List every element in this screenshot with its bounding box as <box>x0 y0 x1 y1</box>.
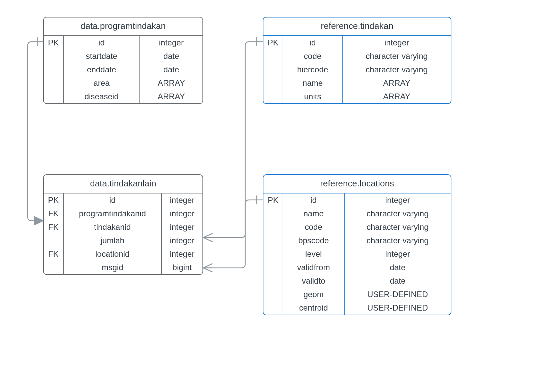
table-row: geomUSER-DEFINED <box>263 288 451 301</box>
table-row: nameARRAY <box>263 76 451 90</box>
entity-columns: PKidinteger FKprogramtindakanidinteger F… <box>44 193 202 274</box>
table-row: msgidbigint <box>44 261 202 274</box>
rel-tindakan-tindakanlain <box>203 42 263 238</box>
table-row: PKidinteger <box>263 193 451 207</box>
entity-programtindakan: data.programtindakan PKidinteger startda… <box>43 17 203 104</box>
rel-programtindakan-tindakanlain <box>28 42 43 221</box>
crows-foot-icon <box>203 264 212 272</box>
table-row: levelinteger <box>263 247 451 261</box>
table-row: unitsARRAY <box>263 90 451 103</box>
table-row: jumlahinteger <box>44 234 202 247</box>
table-row: namecharacter varying <box>263 207 451 220</box>
entity-tindakan: reference.tindakan PKidinteger codechara… <box>263 17 451 104</box>
entity-title: data.programtindakan <box>44 17 202 36</box>
er-diagram: data.programtindakan PKidinteger startda… <box>0 0 539 392</box>
table-row: areaARRAY <box>44 76 202 90</box>
table-row: FKprogramtindakanidinteger <box>44 207 202 220</box>
crows-foot-icon <box>203 234 212 242</box>
table-row: enddatedate <box>44 63 202 76</box>
table-row: bpscodecharacter varying <box>263 234 451 247</box>
entity-title: reference.locations <box>263 175 451 193</box>
table-row: validfromdate <box>263 261 451 274</box>
rel-locations-tindakanlain <box>203 200 263 268</box>
entity-columns: PKidinteger startdatedate enddatedate ar… <box>44 36 202 103</box>
entity-title: reference.tindakan <box>263 17 451 36</box>
entity-title: data.tindakanlain <box>44 175 202 193</box>
table-row: codecharacter varying <box>263 49 451 63</box>
table-row: hiercodecharacter varying <box>263 63 451 76</box>
table-row: diseaseidARRAY <box>44 90 202 103</box>
table-row: FKlocationidinteger <box>44 247 202 261</box>
entity-columns: PKidinteger codecharacter varying hierco… <box>263 36 451 103</box>
table-row: PKidinteger <box>44 36 202 49</box>
entity-locations: reference.locations PKidinteger namechar… <box>263 174 451 315</box>
entity-columns: PKidinteger namecharacter varying codech… <box>263 193 451 315</box>
crows-foot-icon <box>34 217 43 225</box>
table-row: centroidUSER-DEFINED <box>263 301 451 315</box>
table-row: PKidinteger <box>263 36 451 49</box>
entity-tindakanlain: data.tindakanlain PKidinteger FKprogramt… <box>43 174 203 275</box>
table-row: FKtindakanidinteger <box>44 220 202 234</box>
table-row: startdatedate <box>44 49 202 63</box>
table-row: codecharacter varying <box>263 220 451 234</box>
table-row: PKidinteger <box>44 193 202 207</box>
table-row: validtodate <box>263 274 451 288</box>
